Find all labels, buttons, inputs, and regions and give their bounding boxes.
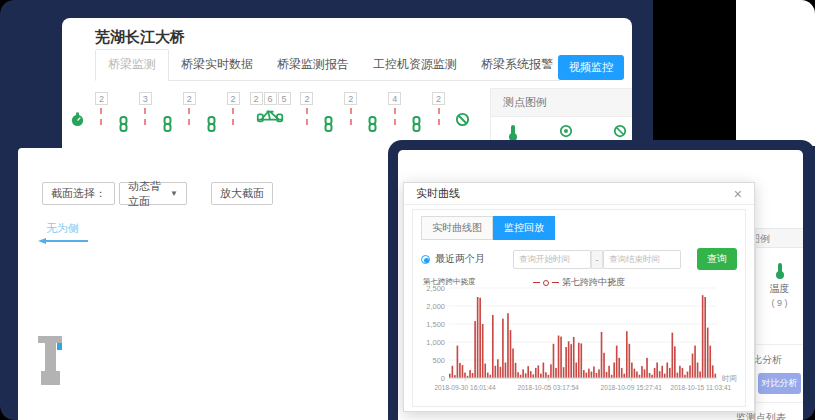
sensor-marker[interactable]: 2 [344,92,357,125]
link-icon[interactable] [411,116,422,132]
sensor-marker[interactable]: 4 [388,92,401,125]
modal-tabbar: 实时曲线图监控回放 [421,216,745,240]
svg-text:500: 500 [432,356,445,365]
chart-svg: 第七跨跨中挠度05001,0001,5002,0002,5002018-09-3… [413,276,747,404]
sensor-dash-line [188,108,190,125]
section-select-label: 截面选择： [42,182,115,205]
sensor-dash-line [438,108,440,125]
sensor-dash-line [100,108,102,125]
modal-tab-0[interactable]: 实时曲线图 [421,216,493,240]
sensor-count-badge: 2 [344,92,357,105]
divider [756,402,803,403]
sensor-count-badge: 2 [250,92,263,105]
svg-text:2018-10-15 11:03:41: 2018-10-15 11:03:41 [671,384,732,391]
thermometer-icon [774,262,786,282]
recent-two-months-radio[interactable] [421,255,430,264]
svg-text:2018-10-05 03:17:54: 2018-10-05 03:17:54 [518,384,580,391]
sensor-dash-line [394,108,396,125]
sensor-count-badge: 4 [388,92,401,105]
sensor-marker[interactable]: 2 [432,92,445,125]
page-title: 芜湖长江大桥 [95,28,185,47]
date-range-separator: - [591,250,603,269]
sensor-marker[interactable]: 3 [139,92,152,125]
detail-right-panel: 测点图例 温度 ( 9 ) 对比分析 对比分析 监测点列表 [755,228,803,420]
tab-main-2[interactable]: 桥梁监测报告 [265,50,361,80]
sensor-count-badge: 6 [264,92,277,105]
svg-text:2018-10-09 15:27:41: 2018-10-09 15:27:41 [601,384,663,391]
link-icon[interactable] [206,116,217,132]
link-icon[interactable] [323,116,334,132]
sensor-dash-line [232,108,234,125]
bearing-truss-icon [256,109,284,127]
sensor-marker[interactable]: 2 [95,92,108,125]
tab-main-4[interactable]: 桥梁系统报警 [469,50,565,80]
sensor-cluster[interactable]: 265 [250,92,291,127]
query-row: 最近两个月 - 查询 [421,248,737,270]
zoom-section-button[interactable]: 放大截面 [211,182,273,205]
sensor-marker[interactable]: 2 [300,92,313,125]
video-monitor-button[interactable]: 视频监控 [558,55,624,80]
svg-text:0: 0 [441,374,445,383]
temperature-label: 温度 [770,282,790,296]
link-icon[interactable] [162,116,173,132]
tab-main-1[interactable]: 桥梁实时数据 [169,50,265,80]
sensor-count-badge: 2 [95,92,108,105]
section-select-dropdown[interactable]: 动态背立面 ▼ [119,182,187,205]
ban-icon[interactable] [455,112,470,127]
realtime-curve-modal: 实时曲线 × 实时曲线图监控回放 最近两个月 - 查询 第七跨跨中挠度 第七跨跨… [403,182,755,412]
sensor-marker[interactable]: 2 [227,92,240,125]
section-select-value: 动态背立面 [128,179,166,209]
link-icon[interactable] [367,116,378,132]
bridge-side-label: 无为侧 [46,221,79,236]
sensor-strip: 23222652242 [70,92,470,142]
sensor-count-badge: 2 [300,92,313,105]
top-right-white-band [736,0,815,146]
sensor-dash-line [350,108,352,125]
deflection-chart: 第七跨跨中挠度05001,0001,5002,0002,5002018-09-3… [413,276,745,404]
sensor-count-badge: 2 [227,92,240,105]
query-end-time-input[interactable] [603,250,681,269]
modal-header: 实时曲线 × [404,183,754,205]
modal-title: 实时曲线 [416,186,460,201]
temperature-legend-item[interactable]: 温度 ( 9 ) [756,262,803,308]
svg-text:1,000: 1,000 [426,338,445,347]
query-start-time-input[interactable] [513,250,591,269]
query-button[interactable]: 查询 [697,248,737,270]
recent-two-months-label: 最近两个月 [435,252,485,266]
divider [756,344,803,345]
sensor-count-badge: 3 [139,92,152,105]
compare-analysis-button[interactable]: 对比分析 [758,373,801,394]
point-list-header: 监测点列表 [736,411,803,420]
tab-main-0[interactable]: 桥梁监测 [95,49,169,81]
svg-text:2,500: 2,500 [426,284,445,293]
sensor-count-badge: 5 [278,92,291,105]
direction-arrow-icon [38,238,88,244]
svg-text:2018-09-30 16:01:44: 2018-09-30 16:01:44 [434,384,496,391]
sensor-marker[interactable]: 2 [183,92,196,125]
svg-text:2,000: 2,000 [426,302,445,311]
link-icon[interactable] [118,116,129,132]
sensor-count-badge: 2 [183,92,196,105]
svg-text:1,500: 1,500 [426,320,445,329]
stopwatch-icon[interactable] [70,112,85,127]
main-tabbar: 桥梁监测桥梁实时数据桥梁监测报告工控机资源监测桥梁系统报警 [95,52,560,81]
temperature-count: ( 9 ) [771,298,787,308]
close-icon[interactable]: × [734,187,742,201]
caret-down-icon: ▼ [170,189,178,198]
top-right-black-band [653,0,736,146]
modal-panel: 实时曲线图监控回放 最近两个月 - 查询 第七跨跨中挠度 第七跨跨中挠度0500… [412,209,746,407]
tab-main-3[interactable]: 工控机资源监测 [361,50,469,80]
sensor-dash-line [144,108,146,125]
sensor-count-badge: 2 [432,92,445,105]
section-controls: 截面选择： 动态背立面 ▼ 放大截面 [42,182,273,205]
svg-text:时间: 时间 [722,374,737,383]
sensor-dash-line [306,108,308,125]
screenshot-canvas: 芜湖长江大桥 桥梁监测桥梁实时数据桥梁监测报告工控机资源监测桥梁系统报警 视频监… [0,0,815,420]
detail-legend-header: 测点图例 [756,228,803,248]
modal-tab-1[interactable]: 监控回放 [493,216,555,240]
legend-panel-title: 测点图例 [491,88,632,117]
